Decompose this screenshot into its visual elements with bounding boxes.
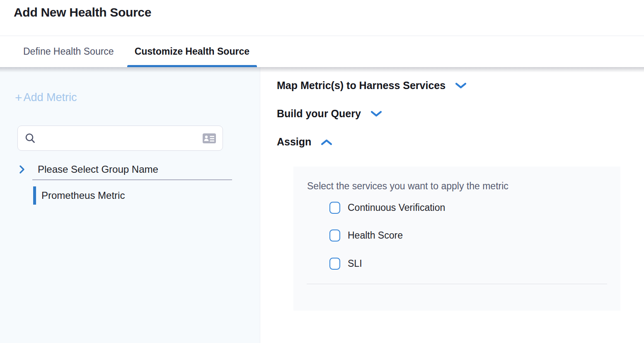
section-map-metrics[interactable]: Map Metric(s) to Harness Services bbox=[277, 80, 467, 92]
chevron-down-icon bbox=[455, 82, 467, 89]
tab-define-health-source[interactable]: Define Health Source bbox=[16, 36, 121, 67]
metric-search-box[interactable] bbox=[17, 126, 223, 151]
sli-checkbox[interactable] bbox=[329, 258, 340, 270]
group-name-label: Please Select Group Name bbox=[38, 164, 158, 175]
page-title: Add New Health Source bbox=[14, 5, 151, 19]
option-continuous-verification[interactable]: Continuous Verification bbox=[329, 202, 445, 214]
section-assign[interactable]: Assign bbox=[277, 136, 333, 148]
option-health-score[interactable]: Health Score bbox=[329, 229, 403, 242]
metric-search-input[interactable] bbox=[41, 133, 198, 144]
chevron-up-icon bbox=[320, 138, 333, 146]
tab-customize-health-source[interactable]: Customize Health Source bbox=[127, 36, 257, 67]
assign-panel: Select the services you want to apply th… bbox=[293, 167, 620, 311]
option-label: Continuous Verification bbox=[348, 202, 445, 213]
customize-main-panel: Map Metric(s) to Harness Services Build … bbox=[260, 67, 644, 343]
add-health-source-dialog: Add New Health Source Define Health Sour… bbox=[0, 0, 644, 343]
sidebar-item-prometheus-metric[interactable]: Prometheus Metric bbox=[33, 186, 125, 205]
section-build-query-label: Build your Query bbox=[277, 108, 361, 120]
section-assign-label: Assign bbox=[277, 136, 311, 148]
member-card-icon[interactable] bbox=[202, 132, 216, 145]
option-sli[interactable]: SLI bbox=[329, 258, 362, 270]
section-map-metrics-label: Map Metric(s) to Harness Services bbox=[277, 80, 445, 92]
continuous-verification-checkbox[interactable] bbox=[329, 202, 340, 214]
health-score-checkbox[interactable] bbox=[329, 229, 340, 242]
chevron-right-icon[interactable] bbox=[19, 164, 25, 174]
tab-bar: Define Health Source Customize Health So… bbox=[0, 36, 644, 67]
metric-group-row[interactable]: Please Select Group Name bbox=[19, 164, 158, 175]
option-label: SLI bbox=[348, 258, 362, 269]
search-icon bbox=[24, 132, 36, 145]
selected-metric-label: Prometheus Metric bbox=[41, 190, 125, 201]
chevron-down-icon bbox=[370, 110, 383, 118]
metrics-sidebar: + Add Metric bbox=[0, 67, 260, 343]
assign-panel-divider bbox=[307, 284, 607, 284]
plus-icon: + bbox=[15, 92, 22, 104]
option-label: Health Score bbox=[348, 230, 403, 241]
add-metric-button[interactable]: + Add Metric bbox=[15, 91, 77, 104]
group-divider bbox=[32, 179, 232, 180]
assign-hint-text: Select the services you want to apply th… bbox=[307, 181, 508, 192]
section-build-query[interactable]: Build your Query bbox=[277, 108, 383, 120]
add-metric-label: Add Metric bbox=[24, 91, 77, 104]
dialog-body: + Add Metric bbox=[0, 67, 644, 343]
